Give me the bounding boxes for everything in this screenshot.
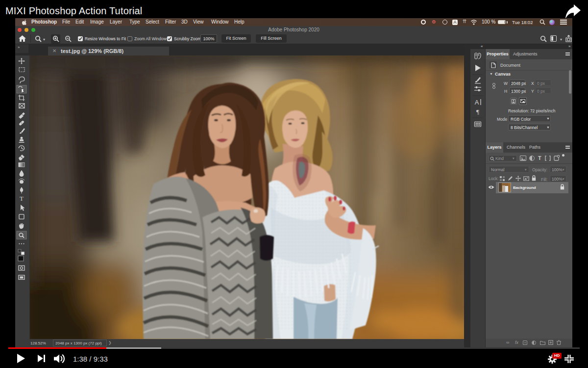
svg-text:A: A (475, 99, 479, 106)
svg-text:T: T (20, 196, 24, 203)
svg-text:¶: ¶ (476, 108, 479, 115)
